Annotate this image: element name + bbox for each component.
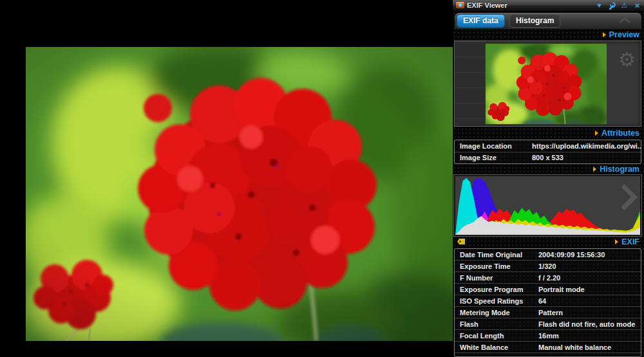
warning-icon[interactable]: ⚠ (620, 2, 629, 9)
row-value: Pattern (538, 309, 641, 316)
table-row: Image Size 800 x 533 (455, 152, 641, 164)
preview-filmstrip (455, 41, 485, 126)
row-value: Flash did not fire, auto mode (538, 320, 641, 328)
row-label: Metering Mode (455, 309, 538, 316)
row-value: 800 x 533 (532, 154, 641, 161)
table-row: Metering Mode Pattern (455, 307, 641, 318)
section-header-preview[interactable]: Preview (603, 30, 639, 39)
section-label: Attributes (601, 129, 639, 138)
tag-icon[interactable] (457, 239, 465, 244)
photo-viewer-image (26, 47, 468, 341)
favorite-icon[interactable]: ♥ (595, 2, 603, 9)
row-value: SONY (538, 355, 641, 357)
table-row: Focal Length 16mm (455, 330, 641, 342)
row-value: Manual white balance (538, 343, 641, 351)
preview-thumbnail[interactable] (486, 44, 607, 124)
row-label: White Balance (455, 343, 538, 351)
tab-histogram[interactable]: Histogram (510, 15, 560, 27)
row-label: Exposure Time (455, 262, 538, 270)
table-row: White Balance Manual white balance (455, 342, 641, 353)
tab-bar: EXIF data Histogram (455, 13, 641, 29)
row-label: Date Time Original (455, 251, 538, 259)
row-label: ISO Speed Ratings (455, 297, 538, 305)
header-arrow-icon (603, 32, 606, 37)
row-label: F Number (455, 274, 538, 282)
row-value: https://upload.wikimedia.org/wi... (532, 142, 641, 150)
table-row: ISO Speed Ratings 64 (455, 295, 641, 307)
histogram-chart (454, 175, 641, 236)
panel-titlebar[interactable]: EXIF Viewer ♥ ⚠ × (453, 0, 644, 12)
table-row: Exposure Program Portrait mode (455, 284, 641, 295)
section-header-attributes[interactable]: Attributes (595, 128, 639, 138)
exif-viewer-panel: EXIF Viewer ♥ ⚠ × EXIF data Histogram Pr… (453, 0, 644, 357)
collapse-icon[interactable] (620, 17, 630, 28)
row-label: Flash (455, 320, 538, 328)
table-row: Make SONY (455, 353, 641, 357)
header-arrow-icon (615, 239, 618, 244)
section-header-histogram[interactable]: Histogram (593, 164, 639, 174)
row-label: Make (455, 355, 538, 357)
gear-icon[interactable]: ⚙ (618, 50, 636, 69)
camera-icon (456, 2, 464, 8)
table-row: Image Location https://upload.wikimedia.… (455, 140, 641, 152)
close-icon[interactable]: × (633, 2, 641, 9)
table-row: Date Time Original 2004:09:09 15:56:30 (455, 249, 641, 261)
header-arrow-icon (595, 131, 598, 136)
section-label: EXIF (621, 237, 639, 246)
row-label: Image Size (455, 154, 532, 161)
row-label: Focal Length (455, 332, 538, 340)
preview-box: ⚙ (454, 41, 641, 127)
row-value: 64 (538, 297, 641, 305)
row-label: Image Location (455, 142, 532, 150)
wrench-icon[interactable] (608, 2, 616, 10)
row-value: 1/320 (538, 262, 641, 270)
section-header-exif[interactable]: EXIF (615, 237, 639, 246)
section-label: Histogram (600, 165, 639, 174)
header-arrow-icon (593, 167, 596, 172)
row-value: 16mm (538, 332, 641, 340)
attributes-table: Image Location https://upload.wikimedia.… (454, 140, 641, 164)
panel-title: EXIF Viewer (467, 1, 507, 9)
row-value: Portrait mode (538, 286, 641, 293)
row-label: Exposure Program (455, 286, 538, 293)
tab-exif-data[interactable]: EXIF data (457, 15, 504, 27)
exif-table: Date Time Original 2004:09:09 15:56:30 E… (454, 248, 641, 357)
table-row: F Number f / 2.20 (455, 272, 641, 284)
row-value: 2004:09:09 15:56:30 (538, 251, 641, 259)
table-row: Flash Flash did not fire, auto mode (455, 318, 641, 330)
table-row: Exposure Time 1/320 (455, 261, 641, 272)
row-value: f / 2.20 (538, 274, 641, 282)
section-label: Preview (609, 30, 639, 39)
